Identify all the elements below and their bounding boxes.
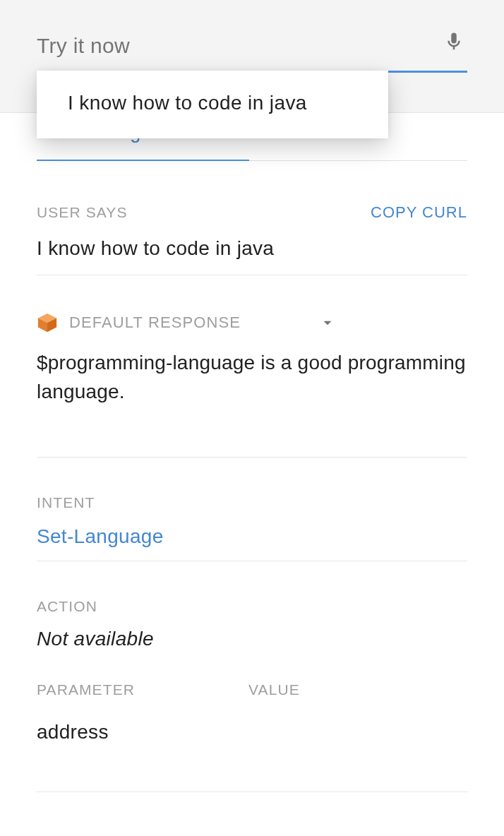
copy-curl-link[interactable]: COPY CURL <box>371 203 467 222</box>
value-header: VALUE <box>248 681 300 698</box>
parameter-header: PARAMETER <box>37 681 248 698</box>
user-says-label: USER SAYS <box>37 204 128 221</box>
divider <box>37 275 467 275</box>
search-bar: I know how to code in java <box>0 0 504 113</box>
divider <box>37 457 467 458</box>
dropdown-item[interactable]: I know how to code in java <box>37 71 388 138</box>
autocomplete-dropdown: I know how to code in java <box>37 71 388 138</box>
intent-link[interactable]: Set-Language <box>37 525 467 548</box>
action-text: Not available <box>37 628 467 650</box>
user-says-text: I know how to code in java <box>37 234 467 262</box>
microphone-icon[interactable] <box>443 31 464 55</box>
parameter-name: address <box>37 721 467 744</box>
divider <box>37 792 467 792</box>
default-response-text: $programming-language is a good programm… <box>37 349 467 406</box>
default-response-label: DEFAULT RESPONSE <box>69 314 241 332</box>
try-it-now-input[interactable] <box>37 30 467 73</box>
intent-label: INTENT <box>37 494 467 511</box>
action-label: ACTION <box>37 598 467 615</box>
divider <box>37 561 467 561</box>
response-cube-icon <box>37 312 58 333</box>
chevron-down-icon[interactable] <box>318 314 337 332</box>
tab-underline <box>37 160 249 161</box>
